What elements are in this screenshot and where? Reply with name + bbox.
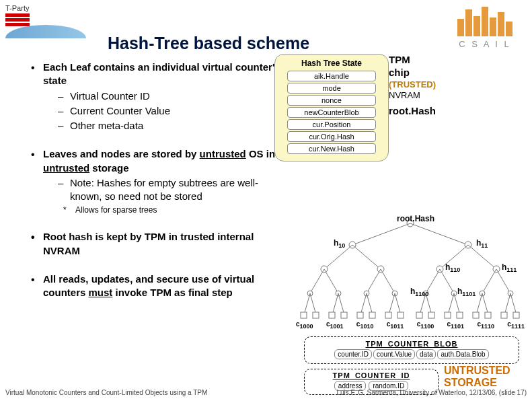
bullet-1-sub-2: Current Counter Value (58, 104, 287, 118)
svg-line-15 (324, 269, 338, 293)
svg-line-19 (381, 269, 395, 293)
hts-field-2: nonce (287, 95, 376, 106)
svg-rect-60 (513, 312, 519, 318)
svg-rect-56 (485, 312, 491, 318)
svg-rect-42 (385, 312, 391, 318)
hts-field-5: cur.Orig.Hash (287, 131, 376, 142)
logo-tparty-label: T-Party (5, 4, 29, 12)
svg-line-3 (410, 223, 468, 245)
svg-line-49 (448, 293, 454, 315)
tree-h11: h11 (476, 238, 488, 249)
footer-right: Luis F. G. Sarmenta, University of Water… (336, 389, 527, 396)
tree-h10: h10 (334, 238, 345, 249)
bullet-list: Each Leaf contains an individual virtual… (31, 61, 287, 314)
svg-line-13 (310, 269, 324, 293)
svg-rect-30 (301, 312, 307, 318)
bullet-2-sub-1: Note: Hashes for empty subtrees are well… (58, 176, 287, 204)
svg-line-39 (367, 293, 373, 315)
svg-line-59 (510, 293, 517, 315)
svg-rect-46 (416, 312, 422, 318)
svg-line-37 (360, 293, 367, 315)
svg-line-31 (310, 293, 316, 315)
svg-rect-38 (357, 312, 363, 318)
tree-svg (296, 215, 525, 330)
tpm-counter-blob-box: TPM_COUNTER_BLOB counter.ID count.Value … (304, 336, 519, 364)
svg-line-17 (367, 269, 381, 293)
svg-line-55 (482, 293, 488, 315)
logo-csail-label: C S A I L (445, 39, 525, 49)
footer-left: Virtual Monotonic Counters and Count-Lim… (5, 389, 207, 396)
hts-field-0: aik.Handle (287, 71, 376, 81)
svg-line-43 (395, 293, 401, 315)
tpm-chip-label: TPM chip (TRUSTED) NVRAM root.Hash (389, 54, 436, 118)
logo-tparty: T-Party (5, 4, 86, 38)
bullet-3: Root hash is kept by TPM in trusted inte… (31, 230, 287, 258)
bullet-1-sub-3: Other meta-data (58, 119, 287, 133)
svg-rect-54 (473, 312, 479, 318)
svg-rect-50 (445, 312, 451, 318)
blob-cell-0: counter.ID (334, 349, 372, 359)
svg-line-25 (482, 269, 496, 293)
hts-field-3: newCounterBlob (287, 107, 376, 118)
hts-field-1: mode (287, 83, 376, 94)
svg-rect-40 (369, 312, 375, 318)
bullet-2: Leaves and nodes are stored by untrusted… (31, 147, 287, 215)
hash-tree-state-label: Hash Tree State (280, 59, 383, 68)
svg-rect-52 (457, 312, 463, 318)
svg-line-57 (504, 293, 510, 315)
bullet-4: All reads, updates, and secure use of vi… (31, 273, 287, 300)
svg-rect-32 (313, 312, 319, 318)
svg-line-29 (304, 293, 310, 315)
blob-cell-2: data (416, 349, 436, 359)
blob-cell-3: auth.Data.Blob (437, 349, 488, 359)
svg-line-33 (332, 293, 338, 315)
svg-line-1 (352, 223, 410, 245)
footer: Virtual Monotonic Counters and Count-Lim… (0, 389, 532, 396)
svg-rect-36 (341, 312, 347, 318)
tree-h1100: h1100 (410, 287, 428, 297)
hash-tree-state-box: Hash Tree State aik.Handle mode nonce ne… (274, 54, 389, 161)
blob-label: TPM_COUNTER_BLOB (309, 340, 515, 348)
hts-field-4: cur.Position (287, 119, 376, 130)
untrusted-storage-label: UNTRUSTED STORAGE (444, 365, 510, 388)
svg-rect-58 (501, 312, 507, 318)
tree-h1101: h1101 (457, 287, 476, 297)
hash-tree-diagram: root.Hash h10 h11 h110 h111 h1100 h1101 … (296, 215, 525, 330)
slide-title: Hash-Tree based scheme (108, 34, 309, 53)
tree-h110: h110 (445, 262, 460, 273)
svg-rect-44 (397, 312, 404, 318)
tree-h111: h111 (502, 262, 517, 273)
blob-cell-1: count.Value (373, 349, 415, 359)
svg-line-41 (389, 293, 395, 315)
hts-field-6: cur.New.Hash (287, 143, 376, 154)
svg-line-35 (338, 293, 344, 315)
idbox-label: TPM_COUNTER_ID (309, 371, 434, 379)
bullet-1-sub-1: Virtual Counter ID (58, 89, 287, 103)
svg-rect-48 (428, 312, 434, 318)
tree-root-label: root.Hash (397, 214, 434, 223)
tree-leaf-labels: c1000 c1001 c1010 c1011 c1100 c1101 c111… (296, 320, 525, 330)
bullet-2-subsub-1: Allows for sparse trees (63, 205, 287, 215)
svg-rect-34 (329, 312, 335, 318)
bullet-1: Each Leaf contains an individual virtual… (31, 61, 287, 133)
logo-csail: C S A I L (445, 7, 525, 54)
svg-line-7 (352, 245, 381, 269)
svg-line-53 (476, 293, 482, 315)
